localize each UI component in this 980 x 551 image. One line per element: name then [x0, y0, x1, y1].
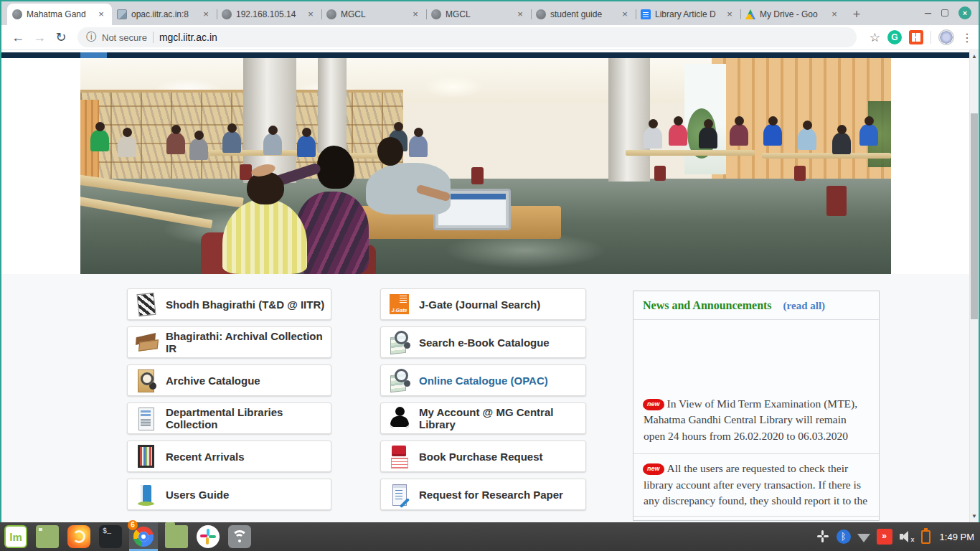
- grammarly-extension-icon[interactable]: G: [887, 30, 902, 44]
- news-panel: News and Announcements (read all) newIn …: [633, 291, 880, 521]
- tab-close-icon[interactable]: ×: [829, 9, 840, 20]
- link-shodh-bhagirathi[interactable]: Shodh Bhagirathi (T&D @ IITR): [127, 288, 331, 320]
- image-favicon: [117, 9, 127, 19]
- tab-my-drive[interactable]: My Drive - Goo ×: [740, 4, 845, 25]
- tab-close-icon[interactable]: ×: [724, 9, 735, 20]
- bookmark-star-icon[interactable]: ☆: [870, 30, 880, 45]
- globe-favicon: [326, 9, 336, 19]
- tab-close-icon[interactable]: ×: [95, 9, 107, 20]
- globe-favicon: [222, 9, 232, 19]
- back-button[interactable]: ←: [7, 30, 29, 45]
- library-hall-photo: [80, 58, 891, 274]
- link-users-guide[interactable]: Users Guide: [127, 479, 331, 510]
- network-tool-icon[interactable]: [228, 525, 251, 548]
- link-archive-catalogue[interactable]: Archive Catalogue: [127, 364, 331, 396]
- link-label: Bhagirathi: Archival Collection IR: [166, 330, 331, 354]
- tab-mahatma-gandhi-library[interactable]: Mahatma Gand ×: [7, 4, 112, 25]
- link-label: Online Catalogue (OPAC): [419, 375, 548, 387]
- anydesk-icon[interactable]: »: [877, 529, 892, 545]
- link-label: Book Purchase Request: [419, 451, 543, 463]
- link-label: Recent Arrivals: [166, 451, 245, 463]
- link-book-purchase[interactable]: Book Purchase Request: [380, 441, 586, 472]
- browser-menu-icon[interactable]: ⋮: [961, 31, 973, 44]
- slack-icon[interactable]: [197, 525, 220, 548]
- restore-button[interactable]: [941, 9, 948, 17]
- chrome-logo: [133, 527, 154, 547]
- tab-library-article[interactable]: Library Article D ×: [636, 4, 740, 25]
- link-label: Users Guide: [166, 489, 229, 501]
- file-manager-icon[interactable]: [165, 525, 188, 548]
- link-jgate[interactable]: J-Gate J-Gate (Journal Search): [380, 288, 586, 320]
- link-label: Archive Catalogue: [166, 375, 260, 387]
- scroll-up-arrow[interactable]: ▲: [970, 53, 979, 60]
- link-ebook-catalogue[interactable]: Search e-Book Catalogue: [380, 326, 586, 358]
- tab-mgcl-2[interactable]: MGCL ×: [426, 4, 531, 25]
- site-nav-active-item[interactable]: [80, 52, 107, 58]
- link-bhagirathi-archival[interactable]: Bhagirathi: Archival Collection IR: [127, 326, 331, 358]
- url-text[interactable]: mgcl.iitr.ac.in: [159, 32, 217, 43]
- scroll-down-arrow[interactable]: ▼: [970, 513, 979, 519]
- reload-button[interactable]: ↻: [50, 29, 72, 45]
- profile-avatar[interactable]: [938, 29, 954, 45]
- link-research-paper[interactable]: Request for Research Paper: [380, 479, 586, 510]
- tab-opac[interactable]: opac.iitr.ac.in:8 ×: [112, 4, 217, 25]
- new-tab-button[interactable]: +: [847, 5, 867, 25]
- chrome-notification-badge: 6: [128, 520, 138, 530]
- volume-muted-icon[interactable]: x: [899, 529, 915, 544]
- tab-close-icon[interactable]: ×: [410, 9, 421, 20]
- tab-close-icon[interactable]: ×: [305, 9, 316, 20]
- news-item: newIn View of Mid Term Examination (MTE)…: [644, 396, 869, 444]
- minimize-button[interactable]: –: [925, 9, 931, 17]
- link-opac[interactable]: Online Catalogue (OPAC): [380, 364, 586, 396]
- chrome-icon-active[interactable]: 6: [129, 522, 158, 551]
- news-item: newAll the users are requested to check …: [633, 453, 879, 516]
- info-icon[interactable]: ⓘ: [86, 31, 96, 44]
- red-book-icon: [389, 445, 410, 468]
- bookshelf-icon: [136, 445, 157, 468]
- news-title: News and Announcements: [643, 299, 772, 311]
- mint-menu-button[interactable]: lm: [4, 525, 27, 548]
- tab-title: Mahatma Gand: [27, 9, 95, 19]
- guide-book-icon: [136, 483, 157, 506]
- search-books-icon: [389, 369, 410, 392]
- firefox-icon[interactable]: [67, 525, 90, 548]
- tab-close-icon[interactable]: ×: [514, 9, 526, 20]
- show-desktop-button[interactable]: [36, 525, 59, 548]
- news-header: News and Announcements (read all): [633, 291, 879, 320]
- link-departmental-libraries[interactable]: Departmental Libraries Collection: [127, 402, 331, 434]
- tab-title: opac.iitr.ac.in:8: [131, 9, 200, 19]
- tab-close-icon[interactable]: ×: [200, 9, 212, 20]
- quick-links-left-column: Shodh Bhagirathi (T&D @ IITR) Bhagirathi…: [127, 288, 331, 517]
- security-label: Not secure: [102, 32, 147, 43]
- tab-title: student guide: [550, 9, 619, 19]
- read-all-link[interactable]: (read all): [783, 300, 825, 311]
- wifi-signal-icon[interactable]: [857, 534, 870, 542]
- browser-window: Mahatma Gand × opac.iitr.ac.in:8 × 192.1…: [1, 1, 979, 522]
- tab-close-icon[interactable]: ×: [619, 9, 631, 20]
- tab-student-guide[interactable]: student guide ×: [531, 4, 636, 25]
- page-scrollbar[interactable]: ▲ ▼: [969, 50, 979, 522]
- window-close-button[interactable]: ×: [958, 6, 971, 19]
- tab-ip-address[interactable]: 192.168.105.14 ×: [217, 4, 321, 25]
- forward-button[interactable]: →: [29, 30, 50, 45]
- news-text: In View of Mid Term Examination (MTE), M…: [644, 397, 857, 442]
- archive-box-icon: [136, 331, 157, 354]
- extension-icon[interactable]: [909, 30, 923, 44]
- link-recent-arrivals[interactable]: Recent Arrivals: [127, 441, 331, 472]
- bluetooth-icon[interactable]: ᛒ: [837, 529, 851, 544]
- address-bar[interactable]: ⓘ Not secure mgcl.iitr.ac.in: [77, 27, 857, 47]
- slack-tray-icon[interactable]: [816, 529, 830, 544]
- terminal-icon[interactable]: $_: [99, 525, 122, 548]
- document-stack-icon: [136, 407, 157, 430]
- battery-icon[interactable]: [921, 530, 930, 544]
- system-tray: ᛒ » x 1:49 PM: [816, 522, 974, 551]
- taskbar-clock[interactable]: 1:49 PM: [940, 532, 974, 542]
- clipboard-pen-icon: [389, 483, 410, 506]
- scrollbar-thumb[interactable]: [971, 113, 978, 319]
- new-badge: new: [644, 463, 664, 475]
- link-my-account[interactable]: My Account @ MG Central Library: [380, 402, 586, 434]
- tab-bar: Mahatma Gand × opac.iitr.ac.in:8 × 192.1…: [1, 1, 979, 25]
- tab-mgcl-1[interactable]: MGCL ×: [321, 4, 426, 25]
- tab-title: MGCL: [446, 9, 514, 19]
- taskbar: lm $_ 6 ᛒ » x: [0, 522, 980, 551]
